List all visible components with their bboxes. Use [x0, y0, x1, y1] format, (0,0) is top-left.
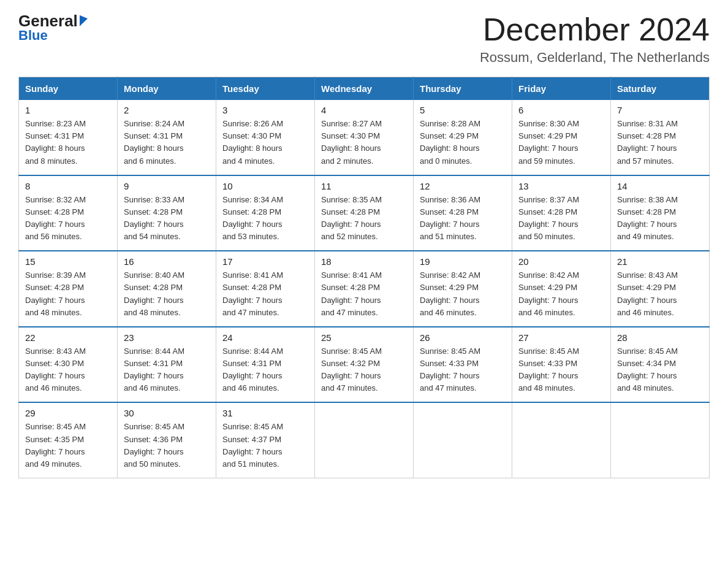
sunrise-info: Sunrise: 8:23 AM — [25, 118, 111, 130]
sunrise-info: Sunrise: 8:41 AM — [321, 269, 407, 282]
calendar-cell: 13 Sunrise: 8:37 AM Sunset: 4:28 PM Dayl… — [512, 175, 611, 251]
day-info: Sunrise: 8:41 AM Sunset: 4:28 PM Dayligh… — [222, 269, 308, 319]
daylight-value: and 46 minutes. — [124, 382, 210, 394]
daylight-value: and 49 minutes. — [617, 231, 703, 243]
sunset-info: Sunset: 4:31 PM — [222, 358, 308, 370]
sunrise-info: Sunrise: 8:45 AM — [222, 421, 308, 433]
sunrise-info: Sunrise: 8:27 AM — [321, 118, 407, 130]
calendar-cell: 27 Sunrise: 8:45 AM Sunset: 4:33 PM Dayl… — [512, 327, 611, 403]
calendar-cell: 14 Sunrise: 8:38 AM Sunset: 4:28 PM Dayl… — [611, 175, 710, 251]
calendar-table: SundayMondayTuesdayWednesdayThursdayFrid… — [18, 77, 710, 478]
calendar-cell: 24 Sunrise: 8:44 AM Sunset: 4:31 PM Dayl… — [216, 327, 315, 403]
calendar-cell: 16 Sunrise: 8:40 AM Sunset: 4:28 PM Dayl… — [118, 251, 216, 327]
daylight-label: Daylight: 7 hours — [518, 218, 604, 231]
day-info: Sunrise: 8:36 AM Sunset: 4:28 PM Dayligh… — [420, 194, 506, 243]
day-info: Sunrise: 8:38 AM Sunset: 4:28 PM Dayligh… — [617, 194, 703, 243]
day-number: 23 — [124, 332, 210, 343]
day-info: Sunrise: 8:31 AM Sunset: 4:28 PM Dayligh… — [617, 118, 703, 167]
sunset-info: Sunset: 4:37 PM — [222, 434, 308, 446]
daylight-value: and 47 minutes. — [420, 382, 506, 394]
logo: General Blue — [18, 12, 88, 44]
sunset-info: Sunset: 4:33 PM — [518, 358, 604, 370]
daylight-value: and 50 minutes. — [124, 458, 210, 470]
daylight-value: and 50 minutes. — [518, 231, 604, 243]
day-info: Sunrise: 8:24 AM Sunset: 4:31 PM Dayligh… — [124, 118, 210, 167]
day-number: 6 — [518, 105, 604, 115]
calendar-cell: 30 Sunrise: 8:45 AM Sunset: 4:36 PM Dayl… — [118, 402, 216, 478]
day-info: Sunrise: 8:39 AM Sunset: 4:28 PM Dayligh… — [25, 269, 111, 319]
daylight-value: and 46 minutes. — [222, 382, 308, 394]
day-number: 31 — [222, 408, 308, 418]
sunset-info: Sunset: 4:28 PM — [321, 206, 407, 218]
sunset-info: Sunset: 4:30 PM — [222, 130, 308, 142]
calendar-cell: 25 Sunrise: 8:45 AM Sunset: 4:32 PM Dayl… — [315, 327, 414, 403]
calendar-cell — [414, 402, 512, 478]
calendar-cell: 6 Sunrise: 8:30 AM Sunset: 4:29 PM Dayli… — [512, 100, 611, 175]
sunset-info: Sunset: 4:29 PM — [420, 130, 506, 142]
daylight-label: Daylight: 7 hours — [518, 142, 604, 155]
sunrise-info: Sunrise: 8:45 AM — [518, 345, 604, 358]
daylight-value: and 46 minutes. — [420, 307, 506, 319]
sunset-info: Sunset: 4:31 PM — [124, 358, 210, 370]
sunset-info: Sunset: 4:30 PM — [25, 358, 111, 370]
daylight-label: Daylight: 7 hours — [124, 294, 210, 307]
day-number: 16 — [124, 256, 210, 267]
col-header-friday: Friday — [512, 77, 611, 101]
sunset-info: Sunset: 4:34 PM — [617, 358, 703, 370]
day-info: Sunrise: 8:42 AM Sunset: 4:29 PM Dayligh… — [420, 269, 506, 319]
calendar-cell — [512, 402, 611, 478]
calendar-week-4: 22 Sunrise: 8:43 AM Sunset: 4:30 PM Dayl… — [19, 327, 710, 403]
day-number: 17 — [222, 256, 308, 267]
calendar-cell: 2 Sunrise: 8:24 AM Sunset: 4:31 PM Dayli… — [118, 100, 216, 175]
sunrise-info: Sunrise: 8:31 AM — [617, 118, 703, 130]
sunrise-info: Sunrise: 8:42 AM — [518, 269, 604, 282]
day-info: Sunrise: 8:37 AM Sunset: 4:28 PM Dayligh… — [518, 194, 604, 243]
sunset-info: Sunset: 4:28 PM — [617, 130, 703, 142]
sunrise-info: Sunrise: 8:39 AM — [25, 269, 111, 282]
daylight-value: and 56 minutes. — [25, 231, 111, 243]
day-number: 19 — [420, 256, 506, 267]
daylight-label: Daylight: 7 hours — [420, 370, 506, 382]
day-number: 10 — [222, 181, 308, 191]
daylight-label: Daylight: 8 hours — [124, 142, 210, 155]
day-info: Sunrise: 8:35 AM Sunset: 4:28 PM Dayligh… — [321, 194, 407, 243]
sunset-info: Sunset: 4:28 PM — [222, 206, 308, 218]
calendar-cell: 23 Sunrise: 8:44 AM Sunset: 4:31 PM Dayl… — [118, 327, 216, 403]
calendar-cell: 18 Sunrise: 8:41 AM Sunset: 4:28 PM Dayl… — [315, 251, 414, 327]
daylight-value: and 53 minutes. — [222, 231, 308, 243]
calendar-week-3: 15 Sunrise: 8:39 AM Sunset: 4:28 PM Dayl… — [19, 251, 710, 327]
col-header-monday: Monday — [118, 77, 216, 101]
calendar-cell: 29 Sunrise: 8:45 AM Sunset: 4:35 PM Dayl… — [19, 402, 118, 478]
daylight-label: Daylight: 8 hours — [25, 142, 111, 155]
daylight-value: and 6 minutes. — [124, 155, 210, 167]
sunrise-info: Sunrise: 8:41 AM — [222, 269, 308, 282]
daylight-value: and 8 minutes. — [25, 155, 111, 167]
daylight-value: and 48 minutes. — [617, 382, 703, 394]
title-area: December 2024 Rossum, Gelderland, The Ne… — [480, 12, 710, 66]
daylight-label: Daylight: 7 hours — [124, 370, 210, 382]
col-header-tuesday: Tuesday — [216, 77, 315, 101]
calendar-cell — [315, 402, 414, 478]
sunrise-info: Sunrise: 8:43 AM — [617, 269, 703, 282]
day-info: Sunrise: 8:42 AM Sunset: 4:29 PM Dayligh… — [518, 269, 604, 319]
day-number: 2 — [124, 105, 210, 115]
daylight-label: Daylight: 8 hours — [321, 142, 407, 155]
day-info: Sunrise: 8:28 AM Sunset: 4:29 PM Dayligh… — [420, 118, 506, 167]
day-number: 21 — [617, 256, 703, 267]
daylight-value: and 52 minutes. — [321, 231, 407, 243]
daylight-value: and 46 minutes. — [518, 307, 604, 319]
sunset-info: Sunset: 4:36 PM — [124, 434, 210, 446]
sunrise-info: Sunrise: 8:38 AM — [617, 194, 703, 206]
sunrise-info: Sunrise: 8:26 AM — [222, 118, 308, 130]
calendar-cell: 17 Sunrise: 8:41 AM Sunset: 4:28 PM Dayl… — [216, 251, 315, 327]
daylight-value: and 47 minutes. — [321, 382, 407, 394]
day-number: 30 — [124, 408, 210, 418]
day-info: Sunrise: 8:32 AM Sunset: 4:28 PM Dayligh… — [25, 194, 111, 243]
calendar-cell: 31 Sunrise: 8:45 AM Sunset: 4:37 PM Dayl… — [216, 402, 315, 478]
day-info: Sunrise: 8:44 AM Sunset: 4:31 PM Dayligh… — [222, 345, 308, 395]
sunset-info: Sunset: 4:28 PM — [25, 282, 111, 294]
day-number: 24 — [222, 332, 308, 343]
sunset-info: Sunset: 4:29 PM — [518, 130, 604, 142]
daylight-value: and 49 minutes. — [25, 458, 111, 470]
calendar-cell: 8 Sunrise: 8:32 AM Sunset: 4:28 PM Dayli… — [19, 175, 118, 251]
